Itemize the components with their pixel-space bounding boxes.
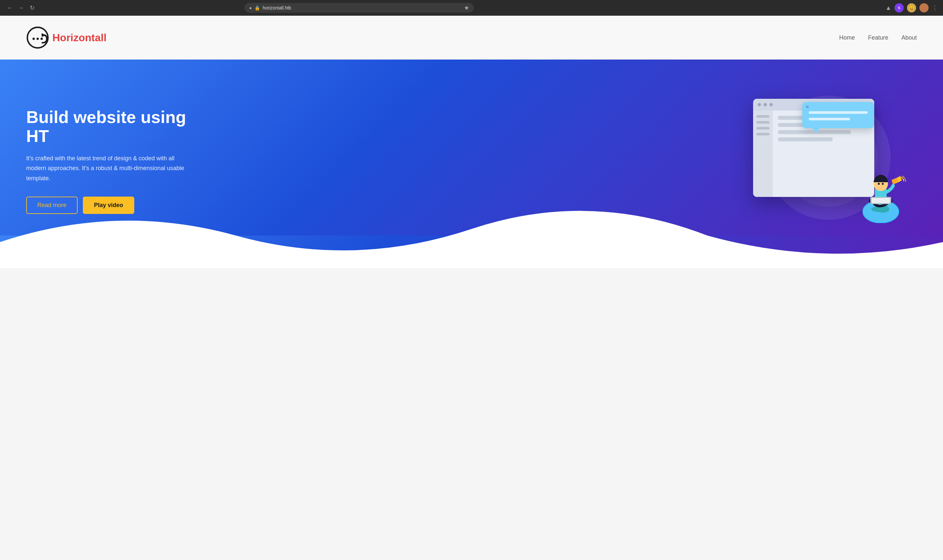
speech-bubble: ✕ xyxy=(802,102,874,128)
sidebar-line-3 xyxy=(756,127,769,129)
menu-icon[interactable]: ⋮ xyxy=(932,4,938,11)
sidebar-line-1 xyxy=(756,115,769,118)
hero-title: Build website using HT xyxy=(26,108,190,145)
play-video-button[interactable]: Play video xyxy=(83,197,134,214)
logo-icon xyxy=(26,26,49,49)
svg-point-12 xyxy=(878,183,880,185)
site-header: Horizontall Home Feature About xyxy=(0,16,943,60)
nav-about[interactable]: About xyxy=(901,34,917,41)
bookmark-icon[interactable]: ★ xyxy=(464,4,469,11)
content-line-4 xyxy=(778,137,833,141)
logo-text: Horizontall xyxy=(52,32,106,44)
url-text: horizontall.htb xyxy=(262,5,291,11)
address-bar[interactable]: ● 🔒 horizontall.htb ★ xyxy=(245,3,474,13)
hero-description: It's crafted with the latest trend of de… xyxy=(26,154,190,183)
hero-content: Build website using HT It's crafted with… xyxy=(26,108,190,214)
bubble-close-icon: ✕ xyxy=(806,105,810,109)
svg-point-2 xyxy=(37,38,39,40)
browser-actions: ▲ 5 😀 ⋮ xyxy=(885,3,938,12)
svg-point-13 xyxy=(882,183,884,185)
sidebar-line-4 xyxy=(756,133,769,135)
svg-rect-10 xyxy=(872,198,890,203)
mockup-dot-2 xyxy=(764,103,767,106)
svg-point-3 xyxy=(41,38,43,40)
nav-buttons: ← → ↻ xyxy=(5,3,37,12)
badge-count: 5 xyxy=(898,6,900,10)
logo-area: Horizontall xyxy=(26,26,106,49)
bubble-line-1 xyxy=(809,111,868,114)
page-wrapper: Horizontall Home Feature About Build web… xyxy=(0,16,943,268)
mockup-sidebar xyxy=(753,111,773,197)
browser-chrome: ← → ↻ ● 🔒 horizontall.htb ★ ▲ 5 😀 ⋮ xyxy=(0,0,943,16)
nav-home[interactable]: Home xyxy=(839,34,855,41)
back-button[interactable]: ← xyxy=(5,3,14,12)
avatar-2[interactable] xyxy=(920,3,929,12)
nav-feature[interactable]: Feature xyxy=(868,34,888,41)
mockup-dot-1 xyxy=(758,103,761,106)
forward-button[interactable]: → xyxy=(16,3,26,12)
bubble-line-2 xyxy=(809,118,850,120)
mockup-dot-3 xyxy=(769,103,773,106)
wave-container xyxy=(0,235,943,268)
shield-action-icon[interactable]: ▲ xyxy=(885,5,891,11)
lock-icon: 🔒 xyxy=(255,5,260,11)
sidebar-line-2 xyxy=(756,121,769,124)
extension-badge[interactable]: 5 xyxy=(895,3,904,12)
site-nav: Home Feature About xyxy=(839,34,917,41)
read-more-button[interactable]: Read more xyxy=(26,197,77,214)
shield-icon: ● xyxy=(249,5,252,11)
svg-point-1 xyxy=(32,38,35,40)
reload-button[interactable]: ↻ xyxy=(28,3,37,12)
avatar-1[interactable]: 😀 xyxy=(907,3,916,12)
hero-buttons: Read more Play video xyxy=(26,197,190,214)
